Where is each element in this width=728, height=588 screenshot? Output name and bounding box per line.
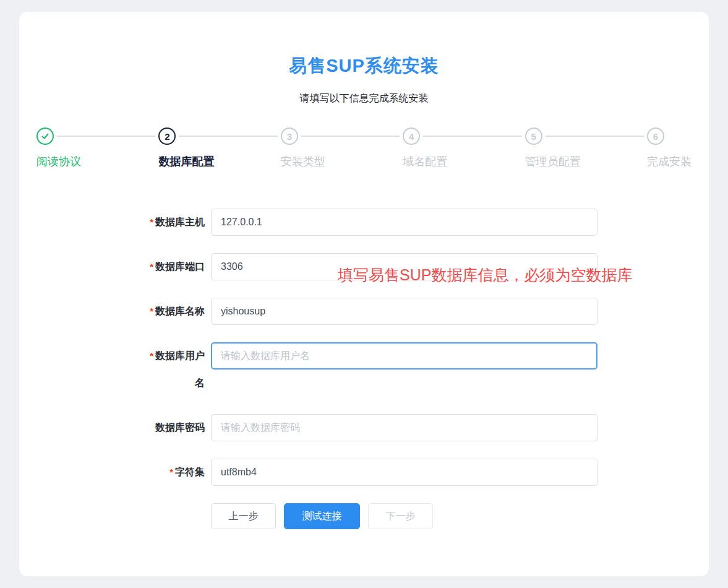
- db-host-input[interactable]: [211, 209, 597, 236]
- step-6-circle: 6: [647, 128, 664, 145]
- step-1-label: 阅读协议: [36, 154, 158, 169]
- step-1-circle: [36, 128, 54, 145]
- step-connector: [57, 136, 155, 137]
- required-asterisk: *: [150, 261, 153, 272]
- step-install-type: 3 安装类型: [281, 128, 403, 169]
- db-host-label: *数据库主机: [142, 209, 205, 236]
- step-6-label: 完成安装: [647, 154, 692, 169]
- step-finish-install: 6 完成安装: [647, 128, 692, 169]
- db-password-label: 数据库密码: [142, 414, 205, 441]
- required-asterisk: *: [150, 350, 153, 361]
- step-4-label: 域名配置: [403, 154, 525, 169]
- install-wizard-card: 易售SUP系统安装 请填写以下信息完成系统安装 阅读协议 2 数据库配置: [19, 11, 709, 577]
- db-username-input[interactable]: [211, 342, 597, 370]
- step-3-label: 安装类型: [281, 154, 403, 169]
- charset-label: *字符集: [142, 459, 205, 486]
- next-step-button[interactable]: 下一步: [368, 503, 433, 529]
- step-5-label: 管理员配置: [525, 154, 647, 169]
- required-asterisk: *: [150, 217, 153, 227]
- step-admin-config: 5 管理员配置: [525, 128, 647, 169]
- database-config-form: *数据库主机 *数据库端口 *数据库名称 *数据库用户名 数据库密码 *字符集: [142, 209, 599, 486]
- step-read-agreement: 阅读协议: [36, 128, 158, 169]
- step-2-circle: 2: [158, 128, 176, 145]
- page-title: 易售SUP系统安装: [19, 54, 709, 79]
- required-asterisk: *: [150, 306, 153, 316]
- form-actions: 上一步 测试连接 下一步: [211, 503, 709, 529]
- db-username-label: *数据库用户名: [142, 342, 205, 397]
- form-row-db-username: *数据库用户名: [142, 342, 599, 397]
- db-password-input[interactable]: [211, 414, 597, 441]
- prev-step-button[interactable]: 上一步: [211, 503, 276, 529]
- step-5-circle: 5: [525, 128, 542, 145]
- db-name-input[interactable]: [211, 298, 597, 325]
- db-hint-annotation: 填写易售SUP数据库信息，必须为空数据库: [338, 265, 632, 285]
- step-connector: [179, 136, 277, 137]
- step-2-label: 数据库配置: [158, 154, 280, 169]
- step-3-circle: 3: [281, 128, 298, 145]
- form-row-db-password: 数据库密码: [142, 414, 599, 441]
- check-icon: [41, 132, 49, 141]
- form-row-db-name: *数据库名称: [142, 298, 599, 325]
- required-asterisk: *: [169, 467, 173, 477]
- step-connector: [423, 136, 521, 137]
- test-connection-button[interactable]: 测试连接: [284, 503, 360, 529]
- step-connector: [301, 136, 400, 137]
- step-connector: [546, 136, 644, 137]
- form-row-db-host: *数据库主机: [142, 209, 599, 236]
- install-stepper: 阅读协议 2 数据库配置 3 安装类型 4 域名配置 5: [36, 128, 692, 169]
- form-row-charset: *字符集: [142, 459, 599, 486]
- db-port-label: *数据库端口: [142, 253, 205, 280]
- db-name-label: *数据库名称: [142, 298, 205, 325]
- charset-input[interactable]: [211, 459, 597, 486]
- step-4-circle: 4: [403, 128, 420, 145]
- page-subtitle: 请填写以下信息完成系统安装: [19, 92, 709, 105]
- step-database-config: 2 数据库配置: [158, 128, 280, 169]
- step-domain-config: 4 域名配置: [403, 128, 525, 169]
